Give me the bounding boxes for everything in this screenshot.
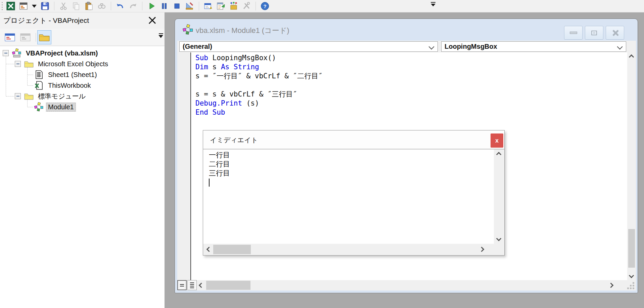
code-window: vba.xlsm - Module1 (コード) (General) Loopi… bbox=[175, 18, 638, 293]
toolbar-grip[interactable] bbox=[2, 2, 3, 10]
scroll-down-icon[interactable] bbox=[496, 236, 502, 241]
reset-button[interactable] bbox=[172, 1, 182, 11]
scroll-right-icon[interactable] bbox=[479, 247, 485, 252]
close-icon: x bbox=[495, 137, 499, 144]
restore-icon bbox=[591, 31, 597, 35]
procedure-view-button[interactable] bbox=[177, 280, 187, 290]
vertical-scrollbar[interactable] bbox=[494, 149, 504, 244]
full-module-view-icon bbox=[190, 287, 194, 288]
scroll-down-icon[interactable] bbox=[629, 273, 634, 278]
code-line: Dim s As String bbox=[195, 63, 627, 72]
toolbar-options-icon bbox=[159, 33, 163, 34]
toolbar-separator bbox=[111, 2, 111, 10]
procedure-dropdown-value: LoopingMsgBox bbox=[445, 43, 497, 50]
tree-item-label: ThisWorkbook bbox=[46, 81, 92, 90]
tree-item-thisworkbook[interactable]: ThisWorkbook bbox=[0, 80, 165, 91]
module-icon bbox=[34, 102, 44, 112]
tree-item-vbaproject-vba-xlsm[interactable]: VBAProject (vba.xlsm) bbox=[0, 48, 165, 59]
insert-userform-button[interactable] bbox=[18, 1, 29, 11]
view-object-icon bbox=[20, 32, 31, 42]
immediate-title: イミディエイト bbox=[210, 136, 258, 145]
code-line: Sub LoopingMsgBox() bbox=[195, 53, 627, 63]
full-module-view-icon bbox=[190, 286, 194, 286]
immediate-output-line: 三行目 bbox=[209, 169, 494, 178]
resize-grip[interactable] bbox=[627, 282, 634, 289]
project-explorer-button[interactable] bbox=[203, 1, 213, 11]
excel-icon bbox=[6, 2, 15, 10]
minimize-icon bbox=[570, 32, 577, 34]
restore-button[interactable] bbox=[585, 26, 603, 40]
panel-toolbar-options-button[interactable] bbox=[158, 33, 163, 38]
save-button[interactable] bbox=[40, 1, 50, 11]
collapse-expander-icon[interactable] bbox=[3, 50, 9, 56]
find-button[interactable] bbox=[97, 1, 107, 11]
tree-item-microsoft-excel-objects[interactable]: Microsoft Excel Objects bbox=[0, 59, 165, 69]
reset-icon bbox=[173, 2, 181, 10]
tree-item-label: Sheet1 (Sheet1) bbox=[46, 71, 99, 79]
collapse-expander-icon[interactable] bbox=[15, 93, 21, 99]
collapse-expander-icon[interactable] bbox=[15, 61, 21, 67]
horizontal-scrollbar[interactable] bbox=[197, 280, 636, 291]
scroll-up-icon[interactable] bbox=[496, 152, 502, 157]
scrollbar-thumb[interactable] bbox=[206, 281, 250, 290]
close-button[interactable]: x bbox=[491, 133, 503, 148]
tree-item-module1[interactable]: Module1 bbox=[0, 102, 165, 112]
toolbar-options-button[interactable] bbox=[431, 2, 435, 6]
view-object-button[interactable] bbox=[19, 31, 32, 44]
scroll-up-icon[interactable] bbox=[629, 54, 634, 60]
redo-button[interactable] bbox=[128, 1, 138, 11]
code-keyword: As String bbox=[221, 63, 259, 71]
procedure-dropdown[interactable]: LoopingMsgBox bbox=[441, 41, 626, 52]
code-window-titlebar[interactable]: vba.xlsm - Module1 (コード) bbox=[175, 19, 638, 41]
break-button[interactable] bbox=[159, 1, 169, 11]
scroll-left-icon[interactable] bbox=[199, 283, 204, 288]
toggle-folders-button[interactable] bbox=[37, 30, 51, 44]
tree-item-[interactable]: 標準モジュール bbox=[0, 91, 165, 102]
paste-button[interactable] bbox=[84, 1, 94, 11]
undo-button[interactable] bbox=[115, 1, 125, 11]
view-microsoft-excel-button[interactable] bbox=[6, 1, 16, 11]
minimize-button[interactable] bbox=[564, 26, 583, 40]
view-code-button[interactable] bbox=[3, 31, 17, 44]
immediate-window: イミディエイト x 一行目二行目三行目 bbox=[203, 130, 505, 256]
scroll-left-icon[interactable] bbox=[206, 247, 212, 252]
toolbar-separator bbox=[142, 2, 142, 10]
view-code-icon bbox=[4, 32, 16, 42]
toolbar-separator bbox=[36, 33, 36, 42]
toolbar-separator bbox=[256, 2, 256, 10]
code-keyword: End Sub bbox=[195, 108, 225, 116]
object-dropdown[interactable]: (General) bbox=[179, 41, 438, 52]
full-module-view-button[interactable] bbox=[187, 280, 197, 290]
close-button[interactable] bbox=[152, 15, 162, 26]
folder-icon bbox=[24, 59, 34, 69]
full-module-view-icon bbox=[190, 282, 194, 283]
svg-text:?: ? bbox=[263, 3, 266, 9]
scroll-right-icon[interactable] bbox=[608, 283, 614, 288]
help-button[interactable]: ? bbox=[260, 1, 270, 11]
immediate-titlebar[interactable]: イミディエイト x bbox=[203, 130, 504, 149]
chevron-down-icon bbox=[158, 35, 163, 38]
cut-button[interactable] bbox=[58, 1, 68, 11]
save-icon bbox=[41, 2, 49, 10]
module-icon bbox=[182, 24, 194, 35]
immediate-output[interactable]: 一行目二行目三行目 bbox=[203, 149, 494, 244]
toolbox-button[interactable] bbox=[241, 1, 251, 11]
insert-dropdown-button[interactable] bbox=[31, 1, 37, 11]
run-sub-button[interactable] bbox=[146, 1, 156, 11]
design-mode-button[interactable] bbox=[185, 1, 195, 11]
toolbox-icon bbox=[242, 2, 251, 10]
copy-button[interactable] bbox=[71, 1, 81, 11]
scrollbar-thumb[interactable] bbox=[213, 245, 251, 254]
full-module-view-icon bbox=[190, 284, 194, 285]
code-text: s = ″一行目″ & vbCrLf & ″二行目″ bbox=[195, 72, 323, 80]
close-icon bbox=[611, 30, 619, 36]
vertical-scrollbar[interactable] bbox=[627, 52, 636, 280]
object-browser-button[interactable] bbox=[229, 1, 239, 11]
tree-item-sheet1-sheet1[interactable]: Sheet1 (Sheet1) bbox=[0, 69, 165, 80]
scrollbar-thumb[interactable] bbox=[628, 229, 635, 268]
properties-window-button[interactable] bbox=[216, 1, 226, 11]
horizontal-scrollbar[interactable] bbox=[203, 244, 504, 255]
code-line bbox=[195, 81, 627, 90]
code-text: s bbox=[208, 63, 221, 71]
close-button[interactable] bbox=[606, 26, 624, 40]
